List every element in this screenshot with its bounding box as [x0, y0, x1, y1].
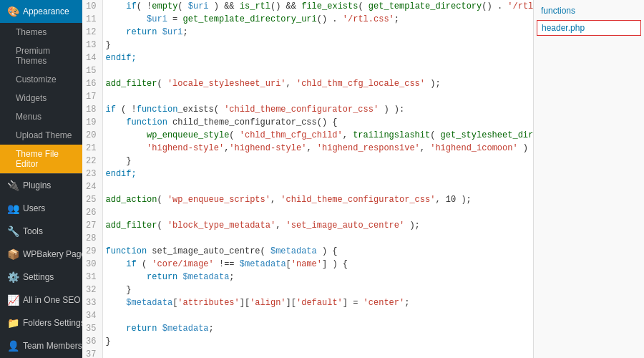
code-line: 30 if ( 'core/image' !== $metadata['name…: [82, 258, 533, 271]
line-code: function child_theme_configurator_css() …: [102, 116, 533, 129]
sidebar-item-theme-file-editor[interactable]: Theme File Editor: [0, 145, 82, 173]
line-number: 33: [82, 296, 102, 309]
line-code: if ( 'core/image' !== $metadata['name'] …: [102, 258, 533, 271]
code-line: 32 }: [82, 284, 533, 296]
sidebar-item-plugins[interactable]: 🔌 Plugins: [0, 173, 82, 197]
code-line: 37: [82, 348, 533, 358]
main-content: 10 if( !empty( $uri ) && is_rtl() && fil…: [82, 0, 644, 358]
sidebar-item-customize[interactable]: Customize: [0, 70, 82, 89]
line-number: 19: [82, 116, 102, 129]
line-code: if( !empty( $uri ) && is_rtl() && file_e…: [102, 0, 533, 13]
code-line: 17: [82, 90, 533, 103]
settings-icon: ⚙️: [7, 271, 19, 283]
line-code: }: [102, 335, 533, 348]
line-code: [102, 232, 533, 245]
folders-icon: 📁: [7, 317, 19, 329]
line-code: }: [102, 155, 533, 168]
line-code: }: [102, 284, 533, 296]
sidebar-item-team-members[interactable]: 👤 Team Members: [0, 334, 82, 357]
code-line: 14endif;: [82, 52, 533, 64]
line-number: 27: [82, 219, 102, 232]
line-code: 'highend-style','highend-style', 'highen…: [102, 142, 533, 155]
line-number: 30: [82, 258, 102, 271]
line-code: $uri = get_template_directory_uri() . '/…: [102, 13, 533, 26]
line-number: 26: [82, 206, 102, 219]
sidebar-item-appearance[interactable]: 🎨 Appearance: [0, 0, 82, 23]
sidebar-item-users[interactable]: 👥 Users: [0, 197, 82, 220]
line-code: [102, 206, 533, 219]
file-item-functions[interactable]: functions: [534, 3, 644, 19]
line-number: 34: [82, 309, 102, 322]
code-line: 11 $uri = get_template_directory_uri() .…: [82, 13, 533, 26]
sidebar-item-menus[interactable]: Menus: [0, 107, 82, 126]
sidebar-item-tools[interactable]: 🔧 Tools: [0, 220, 82, 243]
code-line: 25add_action( 'wp_enqueue_scripts', 'chi…: [82, 193, 533, 206]
line-code: function set_image_auto_centre( $metadat…: [102, 245, 533, 258]
sidebar-item-folders-settings[interactable]: 📁 Folders Settings: [0, 311, 82, 334]
sidebar-item-themes[interactable]: Themes: [0, 23, 82, 42]
line-number: 16: [82, 77, 102, 90]
line-code: [102, 309, 533, 322]
line-number: 36: [82, 335, 102, 348]
line-number: 29: [82, 245, 102, 258]
line-code: if ( !function_exists( 'child_theme_conf…: [102, 103, 533, 116]
line-number: 12: [82, 26, 102, 39]
line-number: 21: [82, 142, 102, 155]
code-line: 23endif;: [82, 168, 533, 180]
line-number: 37: [82, 348, 102, 358]
line-code: return $metadata;: [102, 322, 533, 335]
team-icon: 👤: [7, 340, 19, 352]
seo-icon: 📈: [7, 294, 19, 306]
code-line: 24: [82, 180, 533, 193]
code-line: 13}: [82, 39, 533, 52]
code-line: 36}: [82, 335, 533, 348]
sidebar: 🎨 Appearance Themes Premium Themes Custo…: [0, 0, 82, 358]
line-number: 35: [82, 322, 102, 335]
line-code: [102, 64, 533, 77]
wpbakery-icon: 📦: [7, 248, 19, 260]
code-line: 22 }: [82, 155, 533, 168]
sidebar-item-premium-themes[interactable]: Premium Themes: [0, 42, 82, 70]
sidebar-item-upload-theme[interactable]: Upload Theme: [0, 126, 82, 145]
plugins-icon: 🔌: [7, 180, 19, 191]
appearance-icon: 🎨: [7, 6, 19, 17]
line-code: return $metadata;: [102, 271, 533, 284]
line-number: 13: [82, 39, 102, 52]
line-code: add_action( 'wp_enqueue_scripts', 'child…: [102, 193, 533, 206]
file-item-header[interactable]: header.php: [537, 20, 641, 36]
sidebar-item-settings[interactable]: ⚙️ Settings: [0, 266, 82, 289]
code-line: 21 'highend-style','highend-style', 'hig…: [82, 142, 533, 155]
code-line: 27add_filter( 'block_type_metadata', 'se…: [82, 219, 533, 232]
line-number: 17: [82, 90, 102, 103]
line-code: [102, 180, 533, 193]
code-line: 28: [82, 232, 533, 245]
line-number: 14: [82, 52, 102, 64]
code-editor[interactable]: 10 if( !empty( $uri ) && is_rtl() && fil…: [82, 0, 533, 358]
line-number: 18: [82, 103, 102, 116]
line-code: }: [102, 39, 533, 52]
sidebar-item-all-in-one-seo[interactable]: 📈 All in One SEO: [0, 289, 82, 311]
code-line: 26: [82, 206, 533, 219]
sidebar-item-widgets[interactable]: Widgets: [0, 89, 82, 107]
line-number: 31: [82, 271, 102, 284]
file-panel: functions header.php: [533, 0, 644, 358]
code-line: 31 return $metadata;: [82, 271, 533, 284]
line-number: 24: [82, 180, 102, 193]
line-number: 20: [82, 129, 102, 142]
line-code: wp_enqueue_style( 'chld_thm_cfg_child', …: [102, 129, 533, 142]
line-code: return $uri;: [102, 26, 533, 39]
line-number: 32: [82, 284, 102, 296]
line-code: [102, 348, 533, 358]
line-number: 11: [82, 13, 102, 26]
line-code: [102, 90, 533, 103]
code-line: 19 function child_theme_configurator_css…: [82, 116, 533, 129]
code-line: 29function set_image_auto_centre( $metad…: [82, 245, 533, 258]
code-line: 15: [82, 64, 533, 77]
line-number: 23: [82, 168, 102, 180]
code-area: 10 if( !empty( $uri ) && is_rtl() && fil…: [82, 0, 644, 358]
line-code: $metadata['attributes']['align']['defaul…: [102, 296, 533, 309]
code-table: 10 if( !empty( $uri ) && is_rtl() && fil…: [82, 0, 533, 358]
users-icon: 👥: [7, 203, 19, 214]
sidebar-item-wpbakery[interactable]: 📦 WPBakery Page Builder: [0, 243, 82, 266]
line-number: 25: [82, 193, 102, 206]
